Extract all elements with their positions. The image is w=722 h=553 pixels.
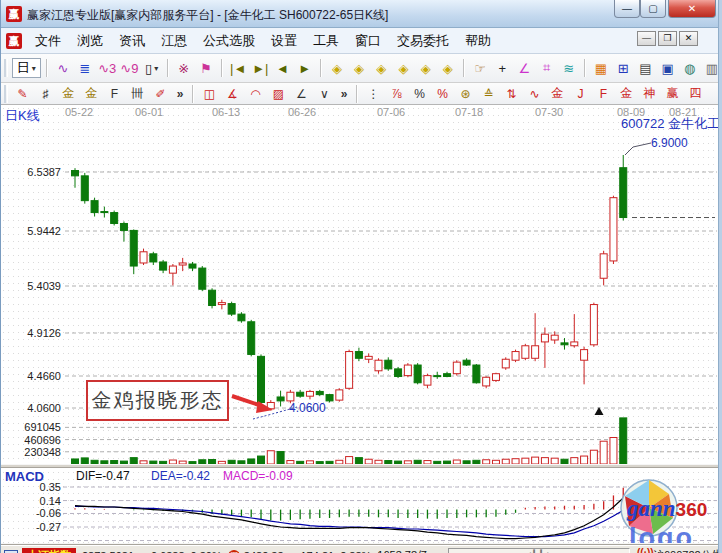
last-page-icon[interactable]: ►| (250, 58, 270, 78)
j-angle-icon[interactable]: J (570, 85, 591, 102)
first-page-icon[interactable]: |◄ (228, 58, 248, 78)
toolbar-separator (463, 59, 465, 77)
crosshair-icon[interactable]: + (492, 58, 512, 78)
announcement-link[interactable]: 沪600722公告 (653, 548, 722, 553)
web-export-icon[interactable]: ◍ (680, 58, 700, 78)
calculator-icon[interactable]: ⊞ (613, 58, 633, 78)
menu-item-工具[interactable]: 工具 (305, 29, 347, 53)
updown-arrows-icon[interactable]: ⇅ (501, 85, 522, 102)
title-bar[interactable]: 赢 赢家江恩专业版[赢家内部服务平台] - [金牛化工 SH600722-65日… (1, 0, 722, 28)
price-label-icon[interactable]: ⋮ (363, 85, 384, 102)
prev-icon[interactable]: ◄ (272, 58, 292, 78)
period-selector[interactable]: 日▾ (12, 58, 41, 78)
brush2-icon[interactable]: ✐ (150, 85, 171, 102)
wave-ruler-icon[interactable]: ∿ (524, 85, 545, 102)
percent2-icon[interactable]: % (432, 85, 453, 102)
panel-divider[interactable] (1, 464, 722, 468)
menu-item-文件[interactable]: 文件 (27, 29, 69, 53)
info-note-icon[interactable]: ≣ (75, 58, 95, 78)
price-tick: 5.9442 (3, 225, 61, 237)
cloud-tool-icon[interactable]: ≋ (559, 58, 579, 78)
main-toolbar: 日▾∿≣∿3∿9▯▾※⚑|◄►|◄►◈◈◈◈◈◈☞+∠⌗≋▦⊞▤▣◍▥ (1, 54, 722, 83)
toolbar-separator (584, 59, 586, 77)
index-name-badge[interactable]: 上证指数 (22, 548, 76, 553)
menu-item-窗口[interactable]: 窗口 (347, 29, 389, 53)
macd-tick: 0.14 (3, 495, 61, 507)
high-price-label: 6.9000 (651, 136, 688, 150)
maximize-button[interactable]: ▢ (640, 0, 666, 18)
zigzag-icon[interactable]: ∨ (314, 85, 335, 102)
ying-angle-icon[interactable]: 赢 (662, 85, 683, 102)
gold-angle-icon[interactable]: 金 (616, 85, 637, 102)
gann-gold1-icon[interactable]: 金 (58, 85, 79, 102)
index-value: 2873.5981 (82, 550, 134, 553)
app-logo-icon: 赢 (6, 6, 22, 22)
zoom-out-x-icon[interactable]: ◈ (327, 58, 347, 78)
date-tick: 06-26 (288, 106, 316, 118)
gann-fan-icon[interactable]: ▨ (268, 85, 289, 102)
shen-angle-icon[interactable]: 神 (639, 85, 660, 102)
window-right-border (718, 0, 722, 553)
menu-item-江恩[interactable]: 江恩 (153, 29, 195, 53)
calendar-icon[interactable]: ▦ (591, 58, 611, 78)
close-button[interactable]: ✕ (668, 0, 716, 18)
menu-item-帮助[interactable]: 帮助 (457, 29, 499, 53)
gann-gold2-icon[interactable]: 金 (81, 85, 102, 102)
mdi-minimize-button[interactable]: — (637, 31, 656, 46)
f-angle-icon[interactable]: F (593, 85, 614, 102)
toolbar-grip[interactable] (4, 85, 8, 103)
menu-item-浏览[interactable]: 浏览 (69, 29, 111, 53)
next-icon[interactable]: ► (295, 58, 315, 78)
sz-index-icon[interactable]: 深 (228, 550, 240, 553)
menu-bar: 赢 文件浏览资讯江恩公式选股设置工具窗口交易委托帮助 (1, 28, 722, 54)
macd-tick: -0.06 (3, 507, 61, 519)
date-tick: 08-09 (617, 106, 645, 118)
date-tick: 06-13 (212, 106, 240, 118)
toolbar-separator (46, 59, 48, 77)
speed-lines-icon[interactable]: ∡ (222, 85, 243, 102)
menu-item-交易委托[interactable]: 交易委托 (389, 29, 457, 53)
expand-x-icon[interactable]: ◈ (371, 58, 391, 78)
fib-arcs-icon[interactable]: ◠ (245, 85, 266, 102)
angle-tool-icon[interactable]: ∠ (514, 58, 534, 78)
zoom-in-x-icon[interactable]: ◈ (349, 58, 369, 78)
more-tools-2[interactable]: » (337, 85, 351, 102)
more-tools-1[interactable]: » (173, 85, 187, 102)
kline-pattern-icon[interactable]: ※ (174, 58, 194, 78)
notebook-icon[interactable]: ▤ (635, 58, 655, 78)
gold-underline-icon[interactable]: 金 (547, 85, 568, 102)
fit-screen-icon[interactable]: ◈ (438, 58, 458, 78)
index-pct: 0.30% (191, 550, 222, 553)
percent-retrace-icon[interactable]: ⅞ (386, 85, 407, 102)
gann-f-icon[interactable]: F (104, 85, 125, 102)
minimize-button[interactable]: — (614, 0, 640, 18)
si-angle-icon[interactable]: 四 (685, 85, 706, 102)
gann-grid2-icon[interactable]: 卌 (127, 85, 148, 102)
brush-icon[interactable]: ✎ (12, 85, 33, 102)
trend-line-icon[interactable]: ∠ (291, 85, 312, 102)
mdi-close-button[interactable]: ✕ (679, 31, 698, 46)
gold-lines-icon[interactable]: ≙ (478, 85, 499, 102)
compress-icon[interactable]: ◈ (393, 58, 413, 78)
hand-tool-icon[interactable]: ☞ (470, 58, 490, 78)
gold-circle-icon[interactable]: ⊛ (455, 85, 476, 102)
candle-type-icon[interactable]: ▯▾ (142, 58, 162, 78)
status-scroll-pane[interactable]: ◀ ▎▎▶ (448, 548, 630, 553)
indicator-flag-icon[interactable]: ⚑ (196, 58, 216, 78)
toolbar-grip[interactable] (4, 59, 8, 77)
gann-box-icon[interactable]: ⌗ (537, 58, 557, 78)
save-icon[interactable]: ▣ (657, 58, 677, 78)
bars-9-icon[interactable]: ∿9 (119, 58, 139, 78)
chart-area[interactable]: 日K线 600722 金牛化工 6.9000 4.0600 金鸡报晓形态 MAC… (1, 105, 722, 543)
mdi-restore-button[interactable]: ❐ (658, 31, 677, 46)
menu-item-设置[interactable]: 设置 (263, 29, 305, 53)
gann-square-icon[interactable]: ◫ (199, 85, 220, 102)
menu-item-公式选股[interactable]: 公式选股 (195, 29, 263, 53)
bars-3-icon[interactable]: ∿3 (97, 58, 117, 78)
menu-item-资讯[interactable]: 资讯 (111, 29, 153, 53)
percent-icon[interactable]: % (409, 85, 430, 102)
wave-tool-icon[interactable]: ∿ (53, 58, 73, 78)
grid-tool-icon[interactable]: ♯ (35, 85, 56, 102)
window-title: 赢家江恩专业版[赢家内部服务平台] - [金牛化工 SH600722-65日K线… (27, 7, 388, 24)
expand-all-icon[interactable]: ◈ (416, 58, 436, 78)
